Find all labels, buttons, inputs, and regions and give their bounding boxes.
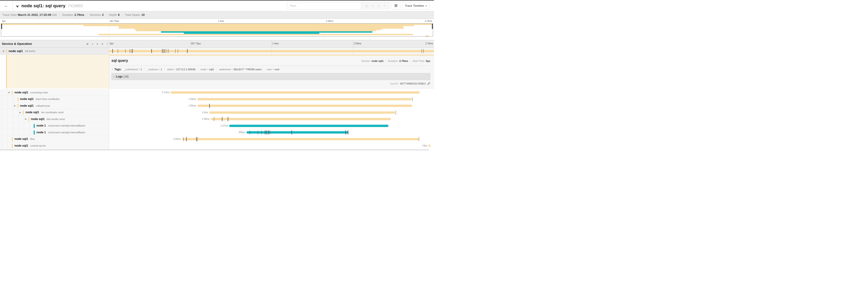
span-row[interactable]: node sql1batch flow coordinator1.84ms <box>0 96 434 103</box>
span-bar-row[interactable] <box>109 47 434 55</box>
indent-guide <box>7 109 8 116</box>
span-tree-row[interactable]: node 1/cockroach.roachpb.Internal/Batch <box>0 129 109 136</box>
span-bar-row[interactable]: 1.84ms <box>109 96 434 103</box>
log-tick <box>132 49 132 53</box>
span-tree-row[interactable]: node sql1batch flow coordinator <box>0 96 109 103</box>
span-row-sql-query[interactable]: ∨ node sql1 sql query <box>0 47 434 55</box>
span-tree-row[interactable]: ∨node sql1consuming rows <box>0 89 109 96</box>
ruler-tick-label: 2.09ms <box>354 42 361 45</box>
span-row[interactable]: ∨node sql1colbatchscan1.85ms <box>0 102 434 109</box>
summary-label: Trace Start <box>2 13 17 16</box>
divider <box>164 68 165 71</box>
double-chevron-right-icon[interactable]: » <box>102 42 103 45</box>
span-color-swatch <box>28 117 29 121</box>
indent-guide <box>7 89 8 96</box>
indent-guide <box>7 102 8 109</box>
span-color-swatch <box>17 97 19 101</box>
span-service-name: node sql1 <box>14 144 28 147</box>
minimap-left-drag-handle[interactable] <box>1 24 2 29</box>
span-tree-row[interactable]: ∨node sql1dist sender send <box>0 116 109 123</box>
horizontal-scrollbar[interactable] <box>0 150 429 150</box>
span-bar-row[interactable]: 1.85ms <box>109 102 434 109</box>
find-input[interactable] <box>287 2 361 9</box>
span-row[interactable]: node sql1flow2.04ms <box>0 136 434 143</box>
span-bar[interactable] <box>197 98 412 100</box>
span-id-value: 4877749850101760812 <box>400 82 426 85</box>
chevron-right-icon[interactable]: › <box>92 42 93 46</box>
collapse-chevron-icon[interactable]: ∨ <box>19 111 21 114</box>
log-tick <box>345 130 346 134</box>
locate-icon[interactable]: ◎ <box>365 4 368 7</box>
minimap-canvas[interactable] <box>1 23 433 37</box>
indent-guide <box>7 136 8 142</box>
span-bar-row[interactable]: 886μs <box>109 129 434 136</box>
collapse-trace-icon[interactable]: ∨ <box>16 4 19 8</box>
span-bar[interactable] <box>246 131 348 134</box>
span-color-swatch <box>6 49 7 53</box>
find-group: ◎∧∨× <box>287 2 390 9</box>
chevron-down-icon[interactable]: ∨ <box>378 4 380 7</box>
span-tree-row[interactable]: ∨node sql1txn coordinator send <box>0 109 109 116</box>
span-row[interactable]: node 1/cockroach.roachpb.Internal/Batch1… <box>0 123 434 129</box>
span-bar-row[interactable]: 1.6ms <box>109 109 434 116</box>
span-bar-row[interactable]: 1.56ms <box>109 116 434 123</box>
service-label: Service: <box>361 60 371 62</box>
span-bar[interactable] <box>229 125 389 127</box>
span-row[interactable]: ∨node sql1consuming rows2.14ms <box>0 89 434 96</box>
span-operation-name: /cockroach.roachpb.Internal/Batch <box>48 124 85 127</box>
chevron-up-icon[interactable]: ∧ <box>372 4 374 7</box>
chevron-right-icon[interactable]: › <box>112 68 113 70</box>
span-tree-row[interactable]: node 1/cockroach.roachpb.Internal/Batch <box>0 123 109 129</box>
span-bar-row[interactable]: 1.37ms <box>109 123 434 129</box>
span-bar[interactable] <box>197 105 412 107</box>
span-bar-row[interactable]: 14μs <box>109 142 434 149</box>
link-icon[interactable] <box>427 82 430 85</box>
collapse-chevron-icon[interactable]: ∨ <box>8 91 10 94</box>
trace-view-dropdown[interactable]: Trace Timeline ∨ <box>402 2 430 9</box>
span-bar[interactable] <box>109 50 434 52</box>
minimap-right-drag-handle[interactable] <box>432 24 433 29</box>
span-bar[interactable] <box>428 144 431 147</box>
span-tree-row[interactable]: ∨ node sql1 sql query <box>0 47 109 55</box>
span-bar[interactable] <box>209 111 395 114</box>
span-tree-row[interactable]: node sql1commit sql txn <box>0 142 109 149</box>
column-resizer-handle[interactable]: ∥ <box>107 42 108 45</box>
chevron-down-icon[interactable]: ∨ <box>86 42 89 45</box>
collapse-chevron-icon[interactable]: ∨ <box>24 118 27 120</box>
span-duration-label: 1.85ms <box>182 104 196 107</box>
divider <box>106 13 106 16</box>
logs-row[interactable]: › Logs (18) <box>112 73 430 80</box>
span-duration-label: 1.56ms <box>195 118 210 120</box>
span-row[interactable]: node sql1commit sql txn14μs <box>0 142 434 149</box>
tags-row[interactable]: › Tags: _unfinished=1_verbose=1client=12… <box>112 66 430 72</box>
span-bar-row[interactable]: 2.04ms <box>109 136 434 143</box>
span-operation-name: colbatchscan <box>36 104 50 107</box>
keyboard-shortcuts-button[interactable]: ⌘ <box>392 2 400 9</box>
collapse-chevron-icon[interactable]: ∨ <box>13 104 16 107</box>
span-duration-label: 2.14ms <box>155 91 169 94</box>
double-chevron-down-icon[interactable]: » <box>96 43 99 44</box>
span-operation-name: /cockroach.roachpb.Internal/Batch <box>48 131 85 134</box>
grid-line <box>190 40 190 47</box>
span-bar[interactable] <box>170 91 420 94</box>
span-row[interactable]: node 1/cockroach.roachpb.Internal/Batch8… <box>0 129 434 136</box>
span-tree-row[interactable]: node sql1flow <box>0 136 109 143</box>
span-row[interactable]: ∨node sql1dist sender send1.56ms <box>0 116 434 123</box>
span-duration-label: 1.84ms <box>182 98 196 100</box>
back-button[interactable]: ← <box>0 0 12 11</box>
minimap-ruler: 0μs697.75μs1.4ms2.09ms2.79ms <box>1 19 433 23</box>
clear-icon[interactable]: × <box>384 4 385 7</box>
span-row[interactable]: ∨node sql1txn coordinator send1.6ms <box>0 109 434 116</box>
top-bar: ← ∨ node sql1: sql query 7418682 ◎∧∨× ⌘ … <box>0 0 434 11</box>
span-duration-label: 886μs <box>231 131 245 134</box>
span-bar-row[interactable]: 2.14ms <box>109 89 434 96</box>
span-bar[interactable] <box>211 118 391 120</box>
panel-divider[interactable] <box>109 40 109 150</box>
log-tick <box>419 137 419 141</box>
collapse-chevron-icon[interactable]: ∨ <box>2 50 5 52</box>
service-operation-title: Service & Operation <box>2 42 32 45</box>
span-tree-row[interactable]: ∨node sql1colbatchscan <box>0 102 109 109</box>
span-bar[interactable] <box>182 138 419 140</box>
span-service-name: node sql1 <box>14 91 28 94</box>
log-tick <box>131 49 131 53</box>
